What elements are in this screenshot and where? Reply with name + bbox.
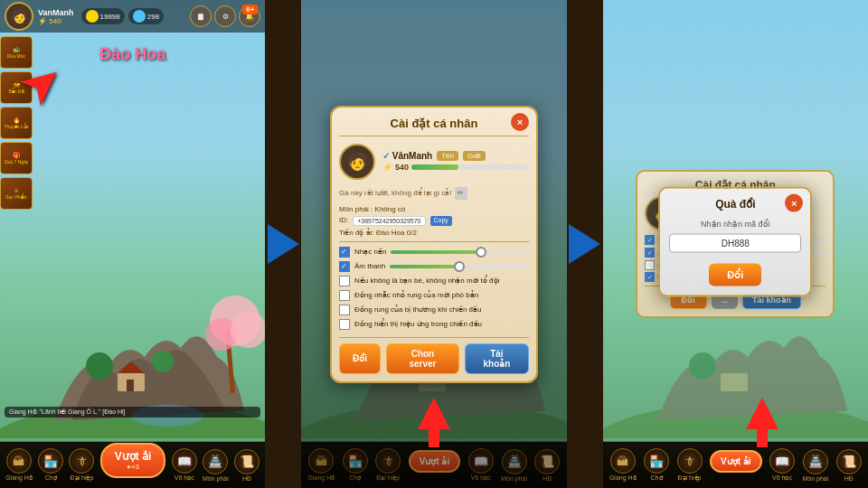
resource-gold: 19898: [81, 8, 125, 24]
chon-server-button[interactable]: Chon server: [386, 343, 459, 374]
blue-arrow-shape-2: [569, 224, 600, 264]
tai-khoan-button[interactable]: Tài khoản: [465, 343, 529, 374]
exchange-label: Nhận nhận mã đổi: [669, 220, 801, 229]
player-level: ⚡ 540: [38, 17, 74, 25]
p3-effects-checkbox[interactable]: ✓: [645, 272, 655, 282]
age-rating: 8+: [242, 5, 258, 14]
tab-name[interactable]: Tên: [437, 151, 458, 161]
edit-bio-icon[interactable]: ✏: [455, 187, 467, 200]
chat-bubble: Giang Hồ: "Lãnh tiết Giang Ô L." [Đào Hl…: [5, 407, 260, 418]
exchange-modal-close[interactable]: ×: [785, 194, 803, 212]
remind-dungeon-checkbox[interactable]: [339, 290, 350, 301]
p3-nav-hd[interactable]: 📜 HĐ: [836, 449, 862, 482]
panel2-settings: Cài đặt cá nhân × 🧑 ✓ VânManh Tên Giới: [301, 0, 566, 488]
modal-footer: Đổi Chon server Tài khoản: [339, 337, 529, 374]
panel3-exchange: Cài đặt cá nhân 🧑 ✓ VânManh Tên Giới ⚡ 5…: [603, 0, 868, 488]
vo-hoc-icon: 📖: [172, 448, 197, 474]
nav-cho[interactable]: 🏪 Chợ: [38, 448, 63, 482]
modal-level-value: 540: [395, 163, 409, 172]
nav-mon-phai[interactable]: 🏯 Môn phái: [203, 449, 229, 482]
p3-nav-vuot-ai[interactable]: Vượt ải: [710, 450, 762, 473]
mon-phai-icon: 🏯: [203, 449, 228, 474]
svg-point-5: [152, 351, 174, 372]
vibrate-combat-checkbox[interactable]: [339, 305, 350, 315]
tab-gender[interactable]: Giới: [463, 151, 486, 161]
doi-button[interactable]: Đổi: [339, 343, 381, 374]
top-bar: 🧑 VanManh ⚡ 540 19898 298 📋 ⚙ 🔔: [0, 0, 265, 33]
exchange-modal-container: × Quà đổi Nhận nhận mã đổi DH888 Đổi: [658, 187, 812, 297]
vibrate-combat-label: Đồng rung của bị thương khi chiến đấu: [354, 305, 482, 314]
chat-text: Giang Hồ: "Lãnh tiết Giang Ô L." [Đào Hl…: [9, 408, 126, 415]
friends-only-checkbox[interactable]: [339, 276, 350, 286]
bio-text: Gà này rất lười, không để lại gì cả!: [339, 189, 452, 197]
modal-close-button[interactable]: ×: [511, 113, 529, 131]
sound-checkbox[interactable]: ✓: [339, 261, 350, 272]
svg-point-9: [231, 312, 265, 348]
id-label: ID:: [339, 216, 348, 226]
nav-giang-ho[interactable]: 🏔 Giang Hồ: [5, 448, 33, 482]
remind-dungeon-label: Đồng nhắc nhỏ rung của mời phó bản: [354, 291, 478, 299]
sidebar-btn-4[interactable]: 🎁Quà 7 Ngày: [0, 142, 33, 174]
p3-music-checkbox[interactable]: ✓: [645, 235, 655, 245]
setting-effects: Đồng hiển thị hiệu ứng trong chiến đấu: [339, 319, 529, 330]
blue-arrow-2: [567, 0, 603, 488]
giang-ho-icon: 🏔: [6, 448, 32, 474]
setting-vibrate-combat: Đồng rung của bị thương khi chiến đấu: [339, 305, 529, 315]
modal-player-details: ✓ VânManh Tên Giới ⚡ 540: [382, 151, 529, 172]
friends-only-label: Nếu không là bạn bè, không nhận mời tổ đ…: [354, 277, 499, 285]
nav-vo-hoc[interactable]: 📖 Võ học: [172, 448, 197, 482]
progress-label: Tiến độ ải: Đào Hoa 0/2: [339, 229, 417, 237]
effects-label: Đồng hiển thị hiệu ứng trong chiến đấu: [354, 320, 482, 328]
setting-sound: ✓ Âm thanh: [339, 261, 529, 272]
cho-icon: 🏪: [38, 448, 63, 474]
vuot-ai-sub: ●×3: [115, 463, 152, 472]
nav-vuot-ai-center[interactable]: Vượt ải ●×3: [100, 443, 166, 479]
p3-friends-checkbox[interactable]: [645, 260, 655, 270]
crystal-value: 298: [147, 13, 159, 21]
player-info: VanManh ⚡ 540: [38, 8, 74, 25]
gold-icon: [86, 10, 99, 23]
progress-row: Tiến độ ải: Đào Hoa 0/2: [339, 229, 529, 237]
settings-divider: [339, 241, 529, 242]
music-slider[interactable]: [391, 250, 529, 254]
sidebar-btn-3[interactable]: 🔥Thuyền Lửa: [0, 107, 33, 139]
dai-hiep-icon: 🗡: [69, 448, 94, 474]
modal-tabs: Tên Giới: [437, 151, 486, 161]
p3-nav-dai-hiep[interactable]: 🗡 Đại hiệp: [677, 448, 703, 482]
resource-crystal: 298: [128, 8, 164, 24]
nav-dai-hiep[interactable]: 🗡 Đại hiệp: [69, 448, 94, 482]
p3-nav-giang-ho[interactable]: 🏔 Giang Hồ: [609, 448, 637, 482]
copy-id-button[interactable]: Copy: [430, 216, 452, 226]
svg-rect-18: [721, 373, 748, 391]
nav-hd[interactable]: 📜 HĐ: [234, 449, 259, 482]
panel3-bottom-nav: 🏔 Giang Hồ 🏪 Chợ 🗡 Đại hiệp Vượt ải 📖 Võ…: [603, 441, 868, 488]
sidebar-btn-5[interactable]: ⚔Sun Phẩm: [0, 177, 33, 210]
modal-profile-row: 🧑 ✓ VânManh Tên Giới ⚡: [339, 144, 529, 180]
hd-icon: 📜: [234, 449, 259, 474]
music-checkbox[interactable]: ✓: [339, 247, 350, 258]
id-value: +38975242950329570: [353, 216, 425, 226]
modal-player-name: ✓ VânManh: [382, 151, 432, 161]
setting-friends-only: Nếu không là bạn bè, không nhận mời tổ đ…: [339, 276, 529, 286]
id-row: ID: +38975242950329570 Copy: [339, 216, 529, 226]
p3-sound-checkbox[interactable]: ✓: [645, 248, 655, 258]
p3-nav-vo-hoc[interactable]: 📖 Võ học: [769, 448, 795, 482]
p3-nav-cho[interactable]: 🏪 Chợ: [644, 448, 669, 482]
exchange-code-input[interactable]: DH888: [669, 234, 801, 253]
sound-slider[interactable]: [390, 265, 529, 268]
player-avatar: 🧑: [5, 2, 33, 31]
p3-nav-mon-phai[interactable]: 🏯 Môn phái: [802, 449, 828, 482]
effects-checkbox[interactable]: [339, 319, 350, 330]
setting-remind-dungeon: Đồng nhắc nhỏ rung của mời phó bản: [339, 290, 529, 301]
svg-point-4: [86, 352, 113, 380]
menu-icon-1[interactable]: 📋: [190, 5, 212, 27]
sound-label: Âm thanh: [354, 262, 385, 270]
exchange-submit-button[interactable]: Đổi: [709, 264, 761, 286]
up-arrow-panel3: [746, 398, 778, 447]
player-name: VanManh: [38, 8, 74, 17]
bottom-nav: 🏔 Giang Hồ 🏪 Chợ 🗡 Đại hiệp Vượt ải ●×3 …: [0, 441, 265, 488]
menu-icon-2[interactable]: ⚙: [214, 5, 236, 27]
crystal-icon: [133, 10, 146, 23]
setting-music: ✓ Nhạc nền: [339, 247, 529, 258]
modal-avatar: 🧑: [339, 144, 375, 180]
